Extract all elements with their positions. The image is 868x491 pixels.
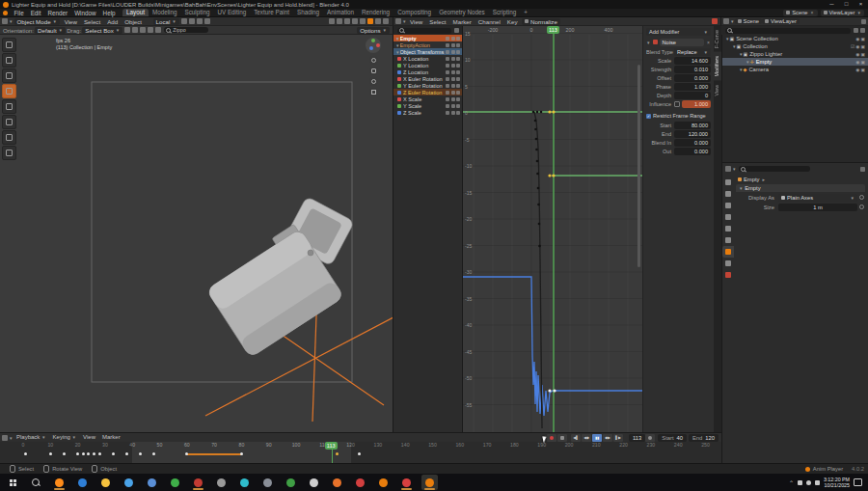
keyframe[interactable] <box>82 452 85 455</box>
modifier-icon[interactable] <box>446 97 449 101</box>
frame-end-field[interactable]: End120 <box>689 434 719 442</box>
notification-icon[interactable] <box>854 478 862 486</box>
lock-icon[interactable] <box>456 77 460 81</box>
viewport-canvas[interactable]: fps 26(113) Collection | Empty <box>0 35 393 432</box>
start-button[interactable] <box>10 479 16 486</box>
channel-emptyaction[interactable]: ▾EmptyAction <box>393 41 462 48</box>
drag-dropdown[interactable]: Select Box▾ <box>82 27 122 34</box>
perspective-toggle-icon[interactable] <box>369 88 378 96</box>
keyframe[interactable] <box>139 452 142 455</box>
outliner-row-collection[interactable]: ▾▣Collection☑◉▣ <box>722 42 868 50</box>
tab-scripting[interactable]: Scripting <box>489 9 521 16</box>
menu-view[interactable]: View <box>407 17 426 26</box>
proportional-falloff-icon[interactable] <box>204 18 210 24</box>
taskbar-app-blender-launcher[interactable] <box>375 475 392 490</box>
timeline-type-icon[interactable] <box>2 435 8 441</box>
frame-start-field[interactable]: Start40 <box>658 434 687 442</box>
value-offset[interactable]: 0.000 <box>674 74 711 82</box>
menu-select[interactable]: Select <box>80 17 103 26</box>
taskbar-app-green-app[interactable] <box>283 475 299 490</box>
restrict-checkbox[interactable]: ✓ <box>646 114 651 119</box>
outliner-row-scene-collection[interactable]: ▾▣Scene Collection◉▣ <box>722 35 868 42</box>
modifier-icon[interactable] <box>446 104 449 108</box>
tab-rendering[interactable]: Rendering <box>358 9 393 16</box>
previous-keyframe-button[interactable]: ◀◆ <box>582 434 591 442</box>
modifier-icon[interactable] <box>446 84 449 88</box>
disable-render-camera-icon[interactable]: ▣ <box>860 44 865 49</box>
value-strength[interactable]: 0.010 <box>674 66 711 73</box>
mute-icon[interactable] <box>451 84 455 88</box>
menu-window[interactable]: Window <box>71 9 99 17</box>
record-button[interactable] <box>547 434 556 442</box>
menu-view[interactable]: View <box>80 433 99 442</box>
mute-icon[interactable] <box>451 64 455 68</box>
taskbar-app-sphere-app[interactable] <box>213 475 230 490</box>
taskbar-app-phone-link[interactable] <box>236 475 253 490</box>
hide-eye-icon[interactable]: ◉ <box>855 44 859 49</box>
snap-magnet-icon[interactable] <box>181 18 187 24</box>
properties-type-icon[interactable] <box>725 166 731 172</box>
pan-gizmo-icon[interactable] <box>369 67 378 75</box>
keyframe[interactable] <box>98 452 101 455</box>
tab-geometry-nodes[interactable]: Geometry Nodes <box>435 9 489 16</box>
cursor-tool[interactable] <box>2 53 16 68</box>
menu-channel[interactable]: Channel <box>475 17 503 26</box>
lock-icon[interactable] <box>456 91 460 95</box>
menu-marker[interactable]: Marker <box>449 17 475 26</box>
options-dropdown[interactable]: Options▾ <box>357 27 390 34</box>
exclude-checkbox[interactable]: ☑ <box>851 44 854 49</box>
taskbar-search-button[interactable] <box>32 478 40 486</box>
sidebar-tab-view[interactable]: View <box>714 81 721 99</box>
minimize-button[interactable]: ─ <box>825 0 839 9</box>
channel-object-transforms[interactable]: ▾Object Transforms <box>393 48 462 55</box>
zoom-gizmo-icon[interactable] <box>369 56 378 65</box>
jump-to-start-button[interactable]: ◀▌ <box>571 434 581 442</box>
noise-modifier-header[interactable]: ▾ Noise × <box>646 38 711 46</box>
lock-icon[interactable] <box>456 64 460 68</box>
mode-add-icon[interactable] <box>132 27 138 33</box>
modifier-icon[interactable] <box>446 64 449 68</box>
mute-icon[interactable] <box>451 43 455 47</box>
scene-tab-icon[interactable] <box>722 223 734 234</box>
properties-options-icon[interactable] <box>860 167 865 172</box>
physics-tab-icon[interactable] <box>722 269 734 281</box>
scene-selector[interactable]: Scene× <box>783 10 817 16</box>
mode-new-icon[interactable] <box>124 27 130 33</box>
mute-icon[interactable] <box>451 97 455 101</box>
solid-shading-icon[interactable] <box>367 18 373 24</box>
mute-icon[interactable] <box>451 50 455 54</box>
camera-view-icon[interactable] <box>369 77 378 86</box>
display-as-dropdown[interactable]: Plain Axes▾ <box>778 194 857 202</box>
sidebar-tab-modifiers[interactable]: Modifiers <box>714 52 721 81</box>
current-frame-field[interactable]: 113 <box>629 434 645 442</box>
viewport-search-input[interactable]: Zippo <box>164 27 208 33</box>
wireframe-shading-icon[interactable] <box>360 18 366 24</box>
orientation-dropdown[interactable]: Default▾ <box>35 27 66 34</box>
keyframe[interactable] <box>152 452 155 455</box>
mute-icon[interactable] <box>451 57 455 61</box>
outliner-filter-icon[interactable] <box>861 19 866 24</box>
filter-icon[interactable] <box>454 28 459 33</box>
sidebar-tab-f-curve[interactable]: F-Curve <box>714 26 721 52</box>
disable-render-camera-icon[interactable]: ▣ <box>860 60 865 65</box>
constraints-tab-icon[interactable] <box>722 258 734 269</box>
normalize-toggle[interactable]: Normalize <box>522 18 560 25</box>
channel-x-scale[interactable]: X Scale <box>393 95 462 102</box>
mode-dropdown[interactable]: Object Mode▾ <box>14 18 61 25</box>
taskbar-app-photos-app[interactable] <box>144 475 160 490</box>
keyframe[interactable] <box>112 452 115 455</box>
xray-toggle-icon[interactable] <box>352 18 358 24</box>
keyframe[interactable] <box>358 452 361 455</box>
taskbar-app-file-explorer[interactable] <box>97 475 114 490</box>
lock-icon[interactable] <box>456 84 460 88</box>
output-tab-icon[interactable] <box>722 200 734 211</box>
move-tool[interactable] <box>2 68 16 83</box>
outliner-row-camera[interactable]: ▾◆Camera◉▣ <box>722 66 868 73</box>
modifier-close-icon[interactable]: × <box>707 40 710 45</box>
value-end[interactable]: 120.000 <box>674 130 711 138</box>
add-modifier-button[interactable]: Add Modifier▾ <box>646 28 711 36</box>
keying-set-icon[interactable] <box>645 434 655 442</box>
tab-shading[interactable]: Shading <box>293 9 323 16</box>
view-layer-tab-icon[interactable] <box>722 211 734 223</box>
overlays-toggle-icon[interactable] <box>344 18 350 24</box>
